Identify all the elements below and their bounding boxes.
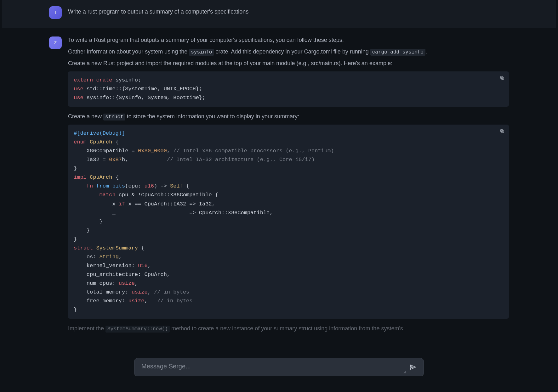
user-message-text: Write a rust program to output a summary… <box>68 6 509 19</box>
assistant-para-4: Create a new struct to store the system … <box>68 112 509 121</box>
assistant-avatar-letter: Z <box>54 40 57 46</box>
copy-code-button[interactable] <box>498 74 506 81</box>
assistant-message-body: To write a Rust program that outputs a s… <box>68 36 509 336</box>
scroll-fadeout <box>2 339 556 357</box>
assistant-para-3: Create a new Rust project and import the… <box>68 59 509 68</box>
assistant-avatar: Z <box>49 36 62 49</box>
inline-code-struct: struct <box>103 114 125 120</box>
code-block-2: #[derive(Debug)] enum CpuArch { X86Compa… <box>68 125 509 319</box>
code-block-2-content: #[derive(Debug)] enum CpuArch { X86Compa… <box>74 129 503 314</box>
assistant-para-5: Implement the SystemSummary::new() metho… <box>68 324 509 333</box>
assistant-message-row: Z To write a Rust program that outputs a… <box>2 36 556 336</box>
inline-code-sysinfo: sysinfo <box>189 49 214 56</box>
code-block-1: extern crate sysinfo; use std::time::{Sy… <box>68 71 509 107</box>
user-avatar: I <box>49 6 62 19</box>
assistant-para-2: Gather information about your system usi… <box>68 48 509 56</box>
message-input[interactable] <box>141 363 406 372</box>
message-input-bar[interactable]: ◢ <box>134 358 424 376</box>
user-avatar-letter: I <box>55 9 56 16</box>
send-button[interactable] <box>410 364 417 371</box>
assistant-para-1: To write a Rust program that outputs a s… <box>68 36 509 44</box>
copy-icon <box>500 76 504 80</box>
user-message-row: I Write a rust program to output a summa… <box>2 6 556 19</box>
code-block-1-content: extern crate sysinfo; use std::time::{Sy… <box>74 76 503 102</box>
send-icon <box>410 364 417 371</box>
copy-icon <box>500 129 504 133</box>
inline-code-new: SystemSummary::new() <box>105 326 170 333</box>
copy-code-button[interactable] <box>498 127 506 135</box>
inline-code-cargo-add: cargo add sysinfo <box>370 49 425 56</box>
